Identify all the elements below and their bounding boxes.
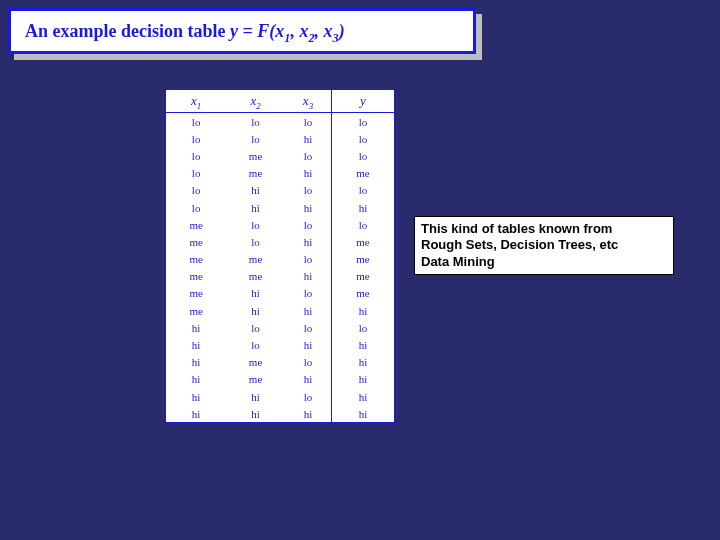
table-cell: me [226,165,285,182]
col-header-x2: x2 [226,90,285,113]
table-cell: lo [166,113,227,131]
table-row: lohihihi [166,199,395,216]
table-cell: hi [166,319,227,336]
table-cell: hi [332,354,395,371]
decision-table: x1 x2 x3 y lolololololohilolomelololomeh… [165,90,395,423]
slide-title: An example decision table y = F(x1, x2, … [25,21,345,42]
title-box: An example decision table y = F(x1, x2, … [8,8,476,54]
table-cell: me [166,268,227,285]
table-cell: lo [285,388,332,405]
table-header-row: x1 x2 x3 y [166,90,395,113]
table-cell: lo [226,233,285,250]
table-cell: me [166,233,227,250]
col-header-y: y [332,90,395,113]
table-cell: lo [285,147,332,164]
table-cell: lo [226,319,285,336]
title-x1: x [275,21,284,41]
table-row: memelome [166,251,395,268]
table-row: hihilohi [166,388,395,405]
title-c2: , [315,21,324,41]
table-row: mehilome [166,285,395,302]
table-cell: me [226,354,285,371]
table-cell: me [226,147,285,164]
table-cell: me [226,268,285,285]
decision-table-grid: x1 x2 x3 y lolololololohilolomelololomeh… [165,90,395,423]
table-cell: me [166,251,227,268]
table-cell: hi [226,302,285,319]
table-row: hihihihi [166,405,395,423]
table-cell: lo [332,182,395,199]
table-cell: hi [166,371,227,388]
table-cell: hi [166,388,227,405]
table-cell: lo [332,319,395,336]
table-row: himelohi [166,354,395,371]
table-cell: hi [332,199,395,216]
table-cell: me [332,268,395,285]
table-cell: hi [226,285,285,302]
title-x3: x [324,21,333,41]
table-cell: lo [332,147,395,164]
table-cell: hi [285,199,332,216]
table-cell: hi [285,233,332,250]
table-cell: hi [285,405,332,423]
table-cell: lo [285,216,332,233]
table-cell: lo [166,182,227,199]
table-row: lomehime [166,165,395,182]
table-cell: me [332,285,395,302]
table-cell: lo [285,285,332,302]
table-cell: lo [166,130,227,147]
table-cell: hi [166,336,227,353]
table-cell: lo [226,216,285,233]
table-cell: hi [332,405,395,423]
table-row: lolohilo [166,130,395,147]
table-cell: me [226,371,285,388]
table-cell: hi [166,405,227,423]
table-cell: lo [285,182,332,199]
table-cell: lo [332,216,395,233]
table-row: hilololo [166,319,395,336]
table-cell: hi [285,130,332,147]
col-header-x1: x1 [166,90,227,113]
table-cell: hi [332,371,395,388]
table-cell: hi [226,388,285,405]
title-prefix: An example decision table [25,21,230,41]
annotation-line2: Rough Sets, Decision Trees, etc [421,237,667,253]
table-row: lomelolo [166,147,395,164]
table-cell: lo [166,165,227,182]
table-row: lohilolo [166,182,395,199]
annotation-line1: This kind of tables known from [421,221,667,237]
table-cell: lo [332,113,395,131]
table-cell: lo [285,251,332,268]
table-cell: me [166,285,227,302]
title-rp: ) [339,21,345,41]
table-cell: hi [166,354,227,371]
table-row: hilohihi [166,336,395,353]
table-row: memehime [166,268,395,285]
table-cell: hi [226,199,285,216]
table-cell: lo [285,113,332,131]
table-cell: lo [285,354,332,371]
table-cell: hi [332,388,395,405]
table-cell: hi [226,182,285,199]
title-y: y [230,21,238,41]
title-eq: = [238,21,257,41]
table-row: mehihihi [166,302,395,319]
table-cell: lo [285,319,332,336]
table-cell: me [226,251,285,268]
table-cell: hi [332,336,395,353]
table-row: melohime [166,233,395,250]
col-header-x3: x3 [285,90,332,113]
title-F: F [257,21,269,41]
table-cell: me [332,233,395,250]
table-cell: lo [226,113,285,131]
table-cell: lo [226,130,285,147]
table-cell: hi [285,165,332,182]
table-row: lolololo [166,113,395,131]
table-cell: me [332,165,395,182]
table-cell: hi [332,302,395,319]
table-cell: hi [226,405,285,423]
table-cell: hi [285,302,332,319]
table-cell: hi [285,336,332,353]
table-cell: hi [285,371,332,388]
table-cell: lo [226,336,285,353]
